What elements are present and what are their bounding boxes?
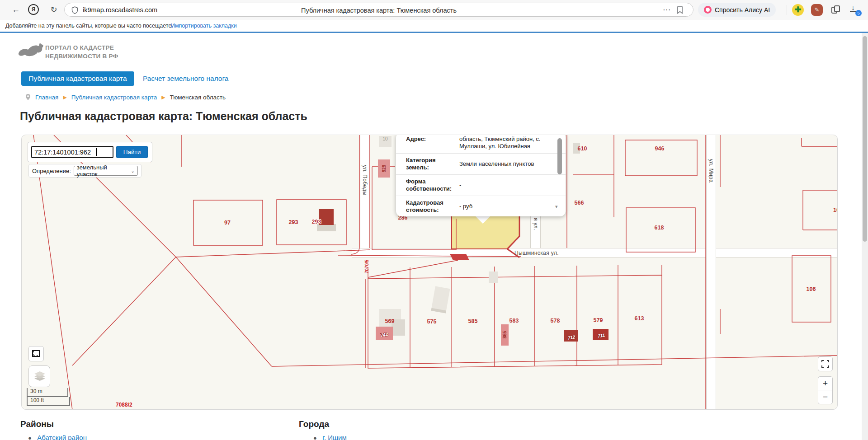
site-logo-russia-map-icon[interactable]: [17, 41, 43, 62]
zoom-out-button[interactable]: −: [818, 390, 832, 404]
layers-button[interactable]: [28, 365, 50, 387]
extension-icon[interactable]: ✎: [811, 4, 823, 16]
scroll-down-icon[interactable]: ▾: [555, 204, 558, 210]
refresh-icon[interactable]: ↻: [48, 4, 60, 16]
back-icon[interactable]: ←: [10, 4, 22, 16]
breadcrumb-section-link[interactable]: Публичная кадастровая карта: [71, 94, 157, 101]
scale-bar-imperial: 100 ft: [27, 397, 70, 406]
extensions-icon[interactable]: [830, 4, 842, 16]
page-scrollbar-thumb[interactable]: [863, 36, 867, 242]
district-link[interactable]: Абатский район: [37, 434, 87, 440]
parcel-label: 293: [289, 219, 298, 225]
popup-row-address: Адрес: область, Тюменский район, с. Мулл…: [396, 135, 566, 153]
street-label: ул. Победы: [362, 165, 368, 195]
fullscreen-button[interactable]: [818, 356, 833, 371]
zoom-control: + −: [818, 376, 833, 404]
page-heading: Публичная кадастровая карта: Тюменская о…: [20, 110, 307, 123]
building-label: 865: [502, 331, 507, 339]
cadastral-map[interactable]: 76 97 293 293 286 569 575 585 583 578 57…: [21, 135, 838, 410]
ruler-icon: [32, 349, 41, 358]
layers-icon: [33, 370, 47, 383]
alice-icon: [704, 6, 712, 14]
downloads-button[interactable]: ↓ 5: [848, 4, 860, 15]
map-search-panel: Найти: [28, 142, 152, 162]
find-button[interactable]: Найти: [116, 146, 148, 158]
site-logo-text[interactable]: ПОРТАЛ О КАДАСТРЕ: [45, 44, 114, 51]
scale-bar-metric: 30 m: [27, 388, 68, 397]
parcel-label: 566: [575, 200, 584, 206]
cities-heading: Города: [299, 419, 329, 429]
quarter-label: 7088/2: [116, 402, 132, 408]
ask-alice-button[interactable]: Спросить Алису AI: [698, 3, 776, 17]
header-divider: [18, 68, 848, 68]
location-pin-icon: [25, 94, 31, 101]
extension-icon[interactable]: ✚: [792, 4, 804, 16]
definition-panel: Определение: земельный участок ⌄: [28, 164, 142, 178]
street-label: я ул.: [533, 218, 539, 230]
parcel-label: 618: [655, 225, 664, 231]
parcel-label: 578: [551, 318, 560, 324]
chevron-right-icon: ▶: [63, 94, 66, 100]
bullet-icon: ●: [313, 435, 317, 440]
bookmark-icon[interactable]: [677, 6, 683, 14]
popup-row-cadastral-value: Кадастровая стоимость: - руб: [396, 196, 566, 216]
popup-row-land-category: Категория земель: Земли населенных пункт…: [396, 153, 566, 174]
parcel-label: 585: [468, 318, 478, 324]
parcel-label: 579: [594, 317, 603, 323]
definition-value: земельный участок: [77, 164, 125, 178]
city-link[interactable]: г. Ишим: [322, 434, 346, 440]
quarter-label: 7070/5: [364, 260, 369, 274]
parcel-label: 10: [833, 207, 838, 213]
street-label: Пышминская ул.: [514, 250, 559, 256]
search-input[interactable]: [31, 146, 113, 158]
import-bookmarks-link[interactable]: Импортировать закладки: [171, 20, 237, 32]
download-badge: 5: [855, 10, 862, 16]
list-item: ● г. Ишим: [313, 434, 347, 440]
yandex-logo-icon[interactable]: Я: [28, 4, 39, 15]
breadcrumb: Главная ▶ Публичная кадастровая карта ▶ …: [25, 94, 226, 101]
tab-public-cadastral-map[interactable]: Публичная кадастровая карта: [21, 71, 134, 86]
parcel-info-popup: Адрес: область, Тюменский район, с. Мулл…: [396, 135, 566, 216]
parcel-label: 946: [655, 145, 665, 152]
street-junction-mark: [450, 254, 469, 260]
parcel-label: 97: [224, 220, 231, 226]
street-label: ул. Мира: [708, 159, 714, 183]
parcel-label: 613: [635, 315, 644, 322]
page-title-text: Публичная кадастровая карта: Тюменская о…: [65, 7, 693, 14]
definition-select[interactable]: земельный участок ⌄: [74, 166, 138, 176]
parcel-label: 569: [385, 318, 395, 324]
browser-toolbar: ← Я ↻ ik9map.roscadastres.com Публичная …: [0, 0, 868, 20]
breadcrumb-home-link[interactable]: Главная: [35, 94, 58, 101]
chevron-down-icon: ⌄: [131, 169, 135, 173]
more-icon[interactable]: ⋯: [663, 5, 670, 14]
popup-callout: [475, 216, 491, 224]
site-logo-text[interactable]: НЕДВИЖИМОСТИ В РФ: [45, 53, 118, 60]
download-icon: ↓: [850, 4, 856, 12]
parcel-label: 583: [509, 318, 519, 324]
parcel-label: 610: [578, 145, 587, 152]
chevron-right-icon: ▶: [161, 94, 165, 100]
building-shadow: [317, 224, 336, 231]
popup-row-ownership: Форма собственности: -: [396, 174, 566, 196]
parcel-label: 293: [312, 219, 321, 225]
measure-button[interactable]: [28, 346, 44, 361]
parcel-label: 76: [219, 135, 225, 136]
page-top-border: [0, 32, 868, 33]
popup-scrollbar-thumb[interactable]: [557, 138, 562, 174]
bookmarks-bar: Добавляйте на эту панель сайты, которые …: [0, 20, 868, 32]
building-label: 929: [382, 165, 387, 173]
breadcrumb-current: Тюменская область: [170, 94, 226, 101]
bullet-icon: ●: [28, 435, 32, 440]
building: [489, 271, 498, 283]
fullscreen-icon: [821, 360, 829, 368]
districts-heading: Районы: [20, 419, 54, 429]
address-bar[interactable]: ik9map.roscadastres.com Публичная кадаст…: [64, 3, 693, 17]
text-caret: [96, 148, 97, 156]
card-front: [834, 5, 840, 12]
zoom-in-button[interactable]: +: [818, 377, 832, 390]
parcel-label: 106: [807, 286, 816, 292]
parcel-label: 575: [427, 318, 437, 325]
toolbar-divider: [787, 5, 787, 15]
tab-land-tax-link[interactable]: Расчет земельного налога: [143, 75, 228, 83]
building-label: 10: [382, 136, 387, 141]
